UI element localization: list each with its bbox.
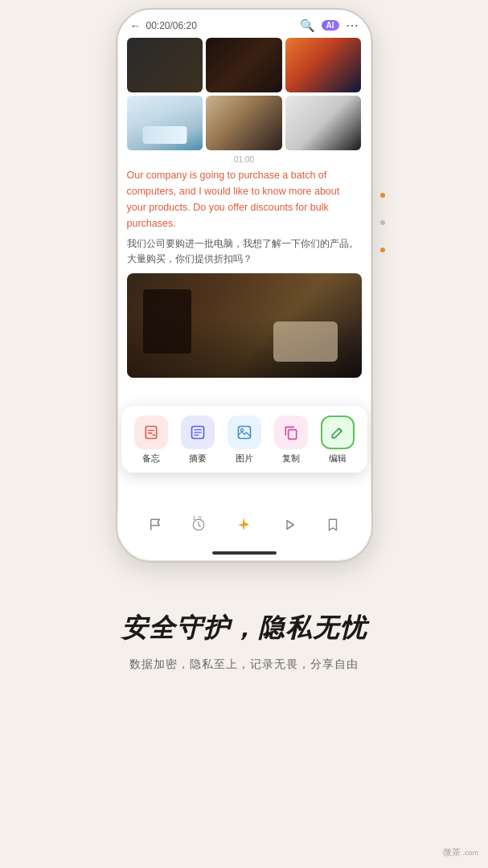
header-right: 🔍 AI ⋯ (300, 18, 359, 33)
search-icon[interactable]: 🔍 (300, 18, 315, 33)
flag-icon[interactable] (148, 518, 162, 532)
bottom-section: 安全守护，隐私无忧 数据加密，隐私至上，记录无畏，分享自由 (0, 563, 488, 696)
bianji-label: 编辑 (329, 452, 347, 465)
home-indicator (212, 551, 277, 555)
dot-2 (380, 220, 385, 225)
transcript-english: Our company is going to purchase a batch… (127, 167, 362, 231)
back-icon[interactable]: ← (130, 19, 141, 32)
bottom-title: 安全守护，隐私无忧 (32, 611, 456, 646)
watermark: 微茶 .com (443, 846, 478, 858)
zhaiyao-icon-wrap (181, 416, 215, 449)
fuzhi-icon-wrap (274, 416, 308, 449)
fuzhi-label: 复制 (282, 452, 300, 465)
header-left: ← 00:20/06:20 (130, 19, 197, 32)
beizhu-icon-wrap (134, 416, 168, 449)
image-cell-3 (285, 38, 362, 92)
image-cell-4 (127, 96, 203, 150)
svg-point-3 (240, 428, 243, 431)
dot-3 (380, 248, 385, 252)
image-grid-row2 (127, 96, 362, 150)
bottom-subtitle: 数据加密，隐私至上，记录无畏，分享自由 (32, 657, 456, 672)
beizhu-label: 备忘 (142, 452, 160, 465)
image-grid-row1 (127, 38, 362, 92)
play-icon[interactable] (282, 518, 297, 532)
watermark-suffix: .com (462, 849, 478, 857)
phone-header: ← 00:20/06:20 🔍 AI ⋯ (117, 10, 371, 38)
image-cell-2 (206, 38, 282, 92)
content-area: 01:00 Our company is going to purchase a… (117, 38, 371, 378)
bookmark-icon[interactable] (326, 518, 340, 532)
svg-rect-4 (288, 430, 296, 440)
svg-rect-2 (238, 427, 250, 439)
side-dots (380, 193, 385, 252)
menu-item-bianji[interactable]: 编辑 (321, 416, 355, 465)
app-container: ← 00:20/06:20 🔍 AI ⋯ (0, 0, 488, 696)
menu-item-zhaiyao[interactable]: 摘要 (181, 416, 215, 465)
phone-mockup: ← 00:20/06:20 🔍 AI ⋯ (116, 8, 373, 563)
dot-1 (380, 193, 385, 198)
popup-menu: 备忘 摘要 (121, 406, 367, 473)
menu-item-fuzhi[interactable]: 复制 (274, 416, 308, 465)
tupian-icon-wrap (228, 416, 261, 449)
speed-icon[interactable]: 1.0 (191, 518, 206, 532)
transcript-chinese: 我们公司要购进一批电脑，我想了解一下你们的产品。大量购买，你们提供折扣吗？ (127, 236, 362, 267)
bottom-image (127, 273, 362, 378)
bottom-toolbar: 1.0 (117, 511, 371, 538)
phone-inner: ← 00:20/06:20 🔍 AI ⋯ (117, 10, 371, 561)
menu-item-beizhu[interactable]: 备忘 (134, 416, 168, 465)
bianji-icon-wrap (321, 416, 355, 449)
ai-badge[interactable]: AI (322, 20, 339, 31)
menu-item-tupian[interactable]: 图片 (228, 416, 261, 465)
tupian-label: 图片 (236, 452, 253, 465)
zhaiyao-label: 摘要 (189, 452, 207, 465)
image-cell-1 (127, 38, 203, 92)
speed-value: 1.0 (193, 514, 205, 540)
watermark-text: 微茶 (443, 846, 461, 858)
image-cell-5 (206, 96, 282, 150)
image-cell-6 (285, 96, 362, 150)
phone-wrapper: ← 00:20/06:20 🔍 AI ⋯ (0, 0, 488, 563)
more-icon[interactable]: ⋯ (346, 18, 359, 33)
playback-time: 00:20/06:20 (146, 20, 197, 31)
sparkle-icon[interactable] (235, 516, 252, 534)
timestamp: 01:00 (127, 155, 362, 164)
